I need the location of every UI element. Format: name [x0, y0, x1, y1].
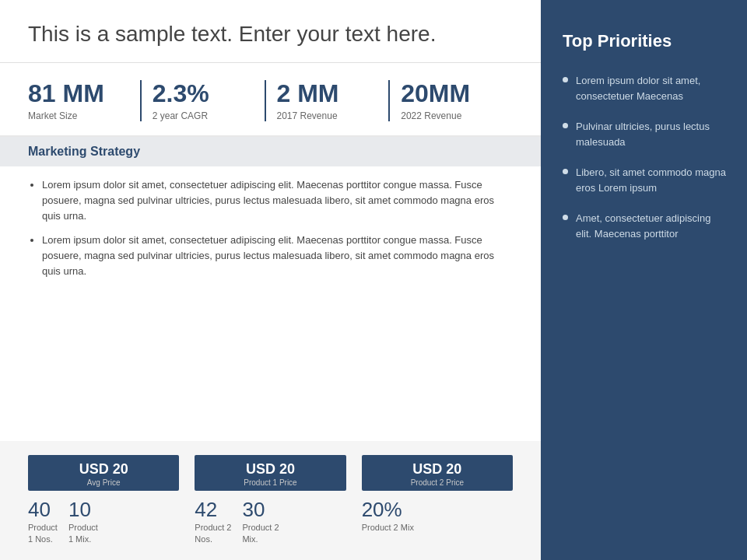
pricing-group-1: USD 20 Product 1 Price 42 Product 2Nos. … — [195, 455, 345, 544]
metric-label: Product1 Nos. — [28, 522, 58, 544]
usd-value: USD 20 — [370, 461, 505, 478]
bullet-dot — [563, 169, 568, 174]
pricing-metrics: 40 Product1 Nos. 10 Product1 Mix. — [28, 499, 179, 544]
usd-label: Product 1 Price — [202, 478, 338, 487]
bullet-dot — [563, 77, 568, 82]
left-panel: This is a sample text. Enter your text h… — [0, 0, 541, 560]
right-panel: Top Priorities Lorem ipsum dolor sit ame… — [541, 0, 747, 560]
priority-item-1: Pulvinar ultricies, purus lectus malesua… — [563, 119, 728, 149]
pricing-badge-0: USD 20 Avg Price — [28, 455, 179, 491]
pricing-badge-1: USD 20 Product 1 Price — [195, 455, 345, 491]
priority-item-0: Lorem ipsum dolor sit amet, consectetuer… — [563, 73, 728, 103]
stat-value: 2 MM — [277, 80, 381, 107]
stat-label: 2 year CAGR — [153, 110, 257, 121]
priority-text: Amet, consectetuer adipiscing elit. Maec… — [576, 211, 728, 241]
usd-value: USD 20 — [36, 461, 171, 478]
stat-cagr: 2.3% 2 year CAGR — [140, 80, 257, 121]
header-section: This is a sample text. Enter your text h… — [0, 0, 541, 63]
priority-item-2: Libero, sit amet commodo magna eros Lore… — [563, 165, 728, 195]
stat-label: 2022 Revenue — [401, 110, 505, 121]
metric-label: Product 2 Mix — [362, 522, 414, 533]
stat-revenue-2017: 2 MM 2017 Revenue — [265, 80, 381, 121]
strategy-body: Lorem ipsum dolor sit amet, consectetuer… — [0, 166, 541, 298]
metric-item-1-1: 30 Product 2Mix. — [242, 499, 279, 544]
strategy-bullets: Lorem ipsum dolor sit amet, consectetuer… — [28, 177, 513, 279]
metric-label: Product 2Mix. — [242, 522, 279, 544]
priorities-title: Top Priorities — [563, 31, 728, 51]
header-text: This is a sample text. Enter your text h… — [28, 22, 436, 46]
bullet-dot — [563, 215, 568, 220]
pricing-metrics: 20% Product 2 Mix — [362, 499, 513, 534]
priorities-list: Lorem ipsum dolor sit amet, consectetuer… — [563, 73, 728, 257]
stat-value: 2.3% — [153, 80, 257, 107]
metric-label: Product 2Nos. — [195, 522, 231, 544]
stats-row: 81 MM Market Size 2.3% 2 year CAGR 2 MM … — [0, 63, 541, 137]
priority-text: Pulvinar ultricies, purus lectus malesua… — [576, 119, 728, 149]
stat-market-size: 81 MM Market Size — [28, 80, 132, 121]
pricing-badge-2: USD 20 Product 2 Price — [362, 455, 513, 491]
priority-text: Lorem ipsum dolor sit amet, consectetuer… — [576, 73, 728, 103]
pricing-metrics: 42 Product 2Nos. 30 Product 2Mix. — [195, 499, 345, 544]
usd-label: Avg Price — [36, 478, 171, 487]
metric-item-0-0: 40 Product1 Nos. — [28, 499, 58, 544]
metric-label: Product1 Mix. — [68, 522, 98, 544]
metric-value: 42 — [195, 499, 217, 521]
usd-label: Product 2 Price — [370, 478, 505, 487]
pricing-group-0: USD 20 Avg Price 40 Product1 Nos. 10 Pro… — [28, 455, 179, 544]
stat-revenue-2022: 20MM 2022 Revenue — [388, 80, 505, 121]
metric-value: 40 — [28, 499, 51, 521]
metric-value: 30 — [242, 499, 265, 521]
bullet-dot — [563, 123, 568, 128]
metric-value: 10 — [68, 499, 91, 521]
priority-text: Libero, sit amet commodo magna eros Lore… — [576, 165, 728, 195]
strategy-bullet: Lorem ipsum dolor sit amet, consectetuer… — [42, 177, 513, 224]
stat-label: Market Size — [28, 110, 132, 121]
metric-item-0-1: 10 Product1 Mix. — [68, 499, 98, 544]
pricing-group-2: USD 20 Product 2 Price 20% Product 2 Mix — [362, 455, 513, 533]
strategy-header: Marketing Strategy — [0, 137, 541, 166]
priority-item-3: Amet, consectetuer adipiscing elit. Maec… — [563, 211, 728, 241]
stat-value: 81 MM — [28, 80, 132, 107]
usd-value: USD 20 — [202, 461, 338, 478]
strategy-section: Marketing Strategy Lorem ipsum dolor sit… — [0, 137, 541, 441]
metric-item-2-0: 20% Product 2 Mix — [362, 499, 414, 534]
stat-value: 20MM — [401, 80, 505, 107]
pricing-section: USD 20 Avg Price 40 Product1 Nos. 10 Pro… — [0, 441, 541, 560]
stat-label: 2017 Revenue — [277, 110, 381, 121]
metric-item-1-0: 42 Product 2Nos. — [195, 499, 231, 544]
strategy-bullet: Lorem ipsum dolor sit amet, consectetuer… — [42, 233, 513, 279]
metric-value: 20% — [362, 499, 402, 521]
